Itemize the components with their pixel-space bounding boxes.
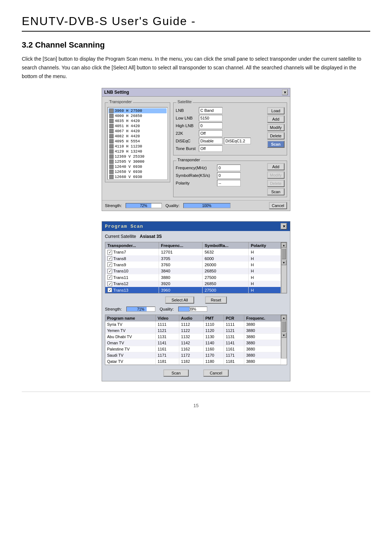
transponder-item[interactable]: 4067 H 4420	[109, 129, 167, 134]
high-lnb-input[interactable]	[199, 122, 222, 129]
modify-button[interactable]: Modify	[267, 124, 285, 131]
trans-modify-button[interactable]: Modify	[267, 171, 285, 179]
program-freq-cell: 3880	[244, 334, 281, 340]
diseqc-input[interactable]	[199, 138, 222, 144]
load-button[interactable]: Load	[267, 107, 285, 114]
transponder-item[interactable]: 12660 V 6930	[109, 174, 167, 179]
transponder-checkbox[interactable]	[107, 281, 112, 286]
symbol-input[interactable]	[217, 172, 241, 179]
scroll-down-arrow[interactable]: ▼	[281, 260, 286, 265]
transponder-row[interactable]: Trans10384026850H	[105, 268, 281, 274]
program-row[interactable]: Palestine TV11611162116011613880	[105, 346, 281, 352]
prog-scroll-down-arrow[interactable]: ▼	[281, 333, 286, 338]
program-pmt-cell: 1160	[203, 346, 224, 352]
transponder-item[interactable]: 4082 H 4420	[109, 134, 167, 139]
transponder-checkbox[interactable]	[107, 275, 112, 280]
program-pcr-cell: 1121	[224, 328, 244, 334]
twok-input[interactable]	[199, 130, 222, 137]
program-name-cell: Yemen TV	[105, 328, 156, 334]
transponder-polarity-cell: H	[248, 274, 281, 280]
scroll-thumb[interactable]	[282, 248, 286, 259]
diseqc-port-input[interactable]	[224, 138, 251, 144]
transponder-name-cell: Trans10	[105, 268, 159, 274]
transponder-item[interactable]: 12595 V 30000	[109, 159, 167, 164]
program-pcr-cell: 1141	[224, 340, 244, 346]
freq-input[interactable]	[217, 165, 241, 171]
transponder-item[interactable]: 12671 V 5990	[109, 179, 167, 180]
program-pmt-cell: 1170	[203, 352, 224, 358]
transponder-scrollbar[interactable]: ▲ ▼	[281, 242, 287, 293]
ps-titlebar: Program Scan ✕	[102, 222, 290, 231]
prog-scroll-thumb[interactable]	[282, 321, 286, 332]
low-lnb-input[interactable]	[199, 115, 222, 121]
transponder-checkbox[interactable]	[107, 288, 112, 292]
delete-button[interactable]: Delete	[267, 132, 285, 139]
transponder-item[interactable]: 4035 H 4420	[109, 118, 167, 123]
lnb-close-button[interactable]: ✕	[282, 89, 288, 95]
trans-add-button[interactable]: Add	[267, 163, 285, 170]
program-pmt-cell: 1120	[203, 328, 224, 334]
cancel-button[interactable]: Cancel	[269, 202, 287, 209]
transponder-row[interactable]: Trans11388027500H	[105, 274, 281, 280]
select-all-button[interactable]: Select All	[165, 296, 194, 304]
trans-scan-button[interactable]: Scan	[267, 188, 285, 195]
transponder-symbol-cell: 26000	[202, 262, 248, 268]
transponder-item[interactable]: 12640 V 6930	[109, 164, 167, 169]
ps-quality-value: 39%	[179, 307, 207, 311]
lnb-title-label: LNB Setting	[104, 90, 129, 95]
transponder-item[interactable]: 4000 H 26850	[109, 113, 167, 118]
scan-button[interactable]: Scan	[267, 141, 285, 148]
transponder-symbol-cell: 26850	[202, 268, 248, 274]
ps-current-satellite-row: Current Satellite Asiasat 3S	[105, 234, 287, 239]
bottom-divider	[22, 392, 370, 392]
low-lnb-label: Low LNB	[176, 116, 197, 120]
transponder-item[interactable]: 4129 H 13240	[109, 149, 167, 154]
transponder-item[interactable]: 4095 H 5554	[109, 139, 167, 144]
transponder-item[interactable]: 4051 H 4420	[109, 123, 167, 129]
trans-delete-button[interactable]: Delete	[267, 180, 285, 187]
transponder-icon	[109, 170, 114, 174]
transponder-row[interactable]: Trans13396027500H	[105, 287, 281, 293]
transponder-row[interactable]: Trans837056000H	[105, 255, 281, 262]
tone-burst-input[interactable]	[199, 145, 222, 152]
transponder-row[interactable]: Trans12392026850H	[105, 281, 281, 287]
polarity-input[interactable]	[217, 180, 241, 186]
ps-cancel-button[interactable]: Cancel	[203, 369, 229, 377]
program-pcr-cell: 1131	[224, 334, 244, 340]
program-row[interactable]: Yemen TV11211122112011213880	[105, 328, 281, 334]
program-video-cell: 1111	[156, 321, 179, 328]
transponder-checkbox[interactable]	[107, 269, 112, 274]
transponder-item[interactable]: 12650 V 6930	[109, 169, 167, 174]
add-button[interactable]: Add	[267, 116, 285, 123]
ps-close-button[interactable]: ✕	[281, 223, 287, 230]
transponder-list[interactable]: 3960 H 275004000 H 268504035 H 44204051 …	[107, 107, 168, 180]
program-video-cell: 1131	[156, 334, 179, 340]
transponder-row[interactable]: Trans7127015632H	[105, 249, 281, 255]
reset-button[interactable]: Reset	[205, 296, 227, 304]
transponder-checkbox[interactable]	[107, 256, 112, 261]
transponder-row[interactable]: Trans9376026000H	[105, 262, 281, 268]
program-row[interactable]: Syria TV11111112111011113880	[105, 321, 281, 328]
program-pmt-cell: 1110	[203, 321, 224, 328]
ps-strength-row: Strength: 71% Quality: 39%	[105, 307, 287, 312]
program-row[interactable]: Oman TV11411142114011413880	[105, 340, 281, 346]
program-row[interactable]: Qatar TV11811182118011813880	[105, 358, 281, 365]
program-row[interactable]: Abu Dhabi TV11311132113011313880	[105, 334, 281, 340]
transponder-checkbox[interactable]	[107, 262, 112, 267]
transponder-item[interactable]: 12369 V 25330	[109, 154, 167, 159]
ps-actions-row: Select All Reset	[105, 296, 287, 304]
transponder-checkbox[interactable]	[107, 250, 112, 255]
transponder-icon	[109, 129, 114, 133]
prog-scroll-up-arrow[interactable]: ▲	[281, 315, 286, 320]
program-row[interactable]: Saudi TV11711172117011713880	[105, 352, 281, 358]
transponder-item[interactable]: 4110 H 11230	[109, 144, 167, 149]
ps-scan-button[interactable]: Scan	[163, 369, 189, 377]
program-scrollbar[interactable]: ▲ ▼	[281, 315, 287, 358]
prog-col-video: Video	[156, 315, 179, 321]
transponder-freq-cell: 3705	[159, 255, 202, 262]
transponder-polarity-cell: H	[248, 249, 281, 255]
scroll-up-arrow[interactable]: ▲	[281, 243, 286, 248]
transponder-item[interactable]: 3960 H 27500	[109, 108, 167, 113]
lnb-input[interactable]	[199, 107, 222, 114]
title-divider	[22, 31, 370, 32]
